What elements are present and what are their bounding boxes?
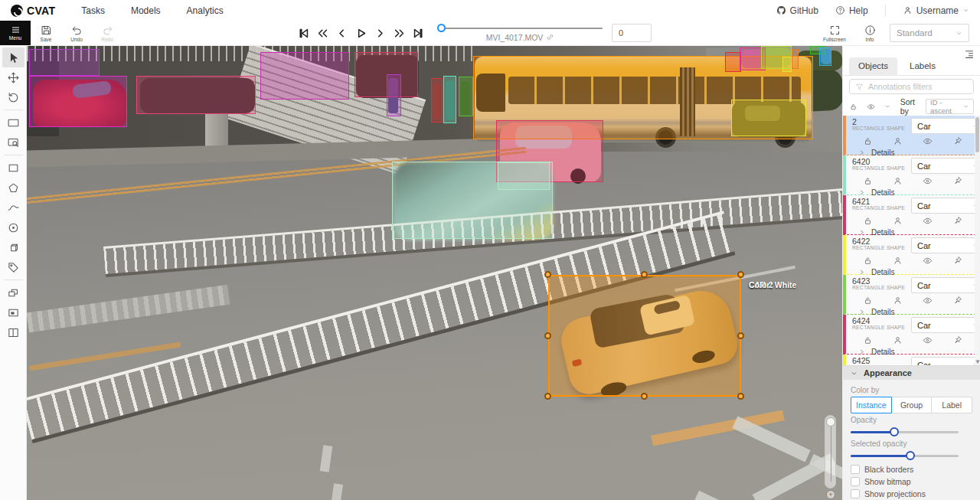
help-link[interactable]: Help (835, 5, 868, 16)
draw-polyline-tool[interactable] (2, 198, 24, 217)
object-list-item[interactable]: 2 RECTANGLE SHAPE Car ⋮ Details (843, 116, 980, 155)
resize-handle[interactable] (544, 393, 551, 400)
nav-item-models[interactable]: Models (131, 5, 161, 16)
annotation-box[interactable] (792, 49, 799, 69)
zoom-slider-handle[interactable] (826, 417, 835, 426)
tab-objects[interactable]: Objects (849, 57, 897, 75)
annotation-box[interactable] (392, 162, 553, 239)
split-tool[interactable] (2, 322, 24, 342)
object-pin-icon[interactable] (952, 296, 962, 306)
canvas-zoom-slider[interactable] (825, 415, 836, 489)
annotation-box[interactable] (29, 76, 127, 127)
selected-annotation-box[interactable] (548, 275, 741, 397)
object-pin-icon[interactable] (952, 335, 962, 345)
setup-tag-tool[interactable] (2, 257, 24, 277)
object-lock-icon[interactable] (863, 176, 873, 186)
object-hide-icon[interactable] (923, 335, 933, 345)
opacity-slider-handle[interactable] (890, 427, 899, 436)
nav-item-analytics[interactable]: Analytics (187, 5, 224, 16)
cursor-tool[interactable] (2, 47, 24, 67)
object-list-item[interactable]: 6421 RECTANGLE SHAPE Car ⋮ Details (843, 195, 980, 235)
fit-image-tool[interactable] (2, 113, 24, 132)
undo-button[interactable]: Undo (61, 21, 92, 45)
object-label-select[interactable]: Car (911, 118, 980, 134)
annotations-filter-input[interactable]: Annotations filters (849, 79, 974, 95)
rotate-tool[interactable] (2, 87, 24, 107)
resize-handle[interactable] (737, 271, 744, 278)
annotation-box[interactable] (459, 77, 473, 116)
lock-all-icon[interactable] (849, 102, 858, 112)
select-roi-tool[interactable] (2, 132, 24, 152)
object-occluded-icon[interactable] (893, 256, 903, 266)
annotation-box[interactable] (443, 76, 456, 123)
previous-button[interactable] (333, 25, 351, 42)
object-hide-icon[interactable] (923, 296, 933, 306)
object-occluded-icon[interactable] (893, 296, 903, 306)
resize-handle[interactable] (544, 271, 551, 278)
object-pin-icon[interactable] (952, 256, 962, 266)
object-hide-icon[interactable] (923, 136, 933, 146)
object-lock-icon[interactable] (863, 136, 873, 146)
object-label-select[interactable]: Car (911, 237, 980, 253)
annotation-canvas[interactable]: CAR 2Color: White + (27, 46, 842, 500)
draw-cuboid-tool[interactable] (2, 237, 24, 257)
cvat-logo[interactable]: CVAT (11, 5, 55, 17)
object-list-item[interactable]: 6425 RECTANGLE SHAPE Car ⋮ Details (843, 355, 980, 365)
resize-handle[interactable] (737, 332, 744, 339)
checkbox-box[interactable] (851, 489, 860, 498)
scrollbar-down-arrow[interactable]: ▼ (975, 358, 980, 365)
opacity-slider[interactable] (851, 426, 972, 437)
zoom-in-button[interactable]: + (826, 490, 835, 499)
object-lock-icon[interactable] (863, 296, 873, 306)
draw-points-tool[interactable] (2, 217, 24, 237)
move-tool[interactable] (2, 67, 24, 87)
annotation-box[interactable] (387, 74, 401, 116)
checkbox-box[interactable] (851, 465, 860, 474)
selected-opacity-slider-handle[interactable] (906, 451, 915, 460)
annotation-box[interactable] (731, 100, 806, 136)
object-label-select[interactable]: Car (911, 277, 980, 293)
last-frame-button[interactable] (410, 25, 427, 42)
user-menu[interactable]: Username (903, 5, 969, 16)
hide-all-icon[interactable] (867, 102, 875, 112)
color-by-group-button[interactable]: Group (891, 397, 933, 413)
object-hide-icon[interactable] (923, 176, 933, 186)
info-button[interactable]: Info (854, 25, 885, 42)
resize-handle[interactable] (737, 393, 744, 400)
checkbox-show-projections[interactable]: Show projections (851, 489, 926, 498)
scrollbar-thumb[interactable] (975, 117, 979, 152)
object-occluded-icon[interactable] (893, 335, 903, 345)
object-list-item[interactable]: 6422 RECTANGLE SHAPE Car ⋮ Details (843, 235, 980, 275)
object-pin-icon[interactable] (952, 176, 962, 186)
color-by-label-button[interactable]: Label (931, 397, 972, 413)
checkbox-box[interactable] (851, 477, 860, 486)
github-link[interactable]: GitHub (776, 5, 818, 16)
collapse-sidebar-icon[interactable] (963, 48, 975, 58)
object-label-select[interactable]: Car (911, 158, 980, 174)
object-list-item[interactable]: 6424 RECTANGLE SHAPE Car ⋮ Details (843, 315, 980, 355)
object-hide-icon[interactable] (923, 216, 933, 226)
frame-number-input[interactable]: 0 (612, 24, 652, 42)
backward-button[interactable] (314, 25, 332, 42)
save-button[interactable]: Save (31, 21, 61, 45)
sort-select[interactable]: ID - ascent (926, 99, 974, 114)
annotation-box[interactable] (136, 76, 256, 114)
object-lock-icon[interactable] (863, 335, 873, 345)
nav-item-tasks[interactable]: Tasks (81, 5, 105, 16)
annotation-box[interactable] (29, 49, 100, 76)
first-frame-button[interactable] (295, 25, 312, 42)
tab-labels[interactable]: Labels (900, 57, 945, 75)
object-pin-icon[interactable] (952, 136, 962, 146)
play-button[interactable] (352, 25, 370, 42)
object-occluded-icon[interactable] (893, 216, 903, 226)
object-lock-icon[interactable] (863, 216, 873, 226)
redo-button[interactable]: Redo (92, 21, 122, 45)
menu-button[interactable]: Menu (0, 21, 31, 45)
annotation-box[interactable] (431, 78, 443, 123)
draw-rectangle-tool[interactable] (2, 158, 24, 178)
object-hide-icon[interactable] (923, 256, 933, 266)
color-by-instance-button[interactable]: Instance (851, 397, 892, 413)
forward-button[interactable] (390, 25, 408, 42)
object-label-select[interactable]: Car (911, 198, 980, 214)
object-label-select[interactable]: Car (911, 317, 980, 333)
